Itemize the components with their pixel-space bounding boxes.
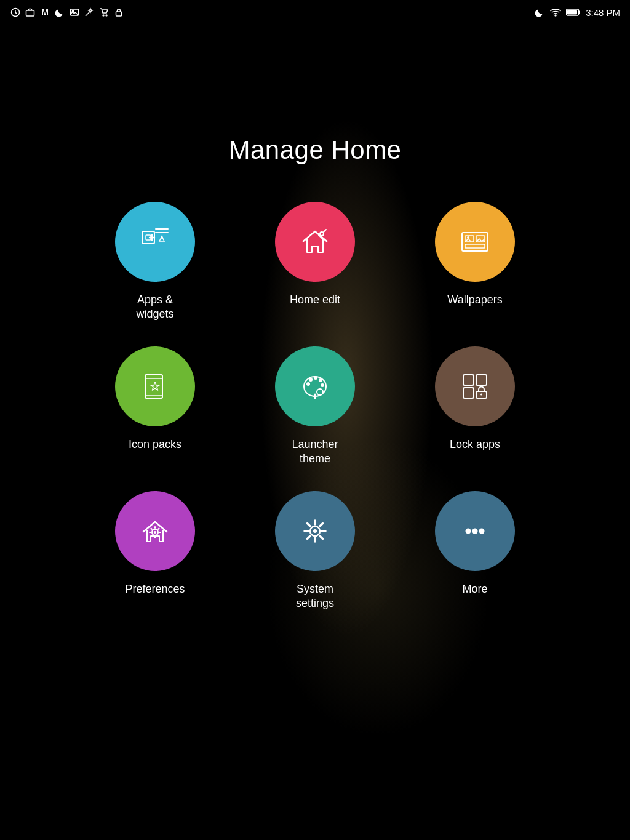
svg-point-33 [319,378,322,382]
launcher-theme-icon [297,369,333,404]
system-settings-label: Systemsettings [296,582,334,611]
lock-apps-icon [457,369,493,404]
svg-point-42 [154,531,156,534]
svg-line-50 [151,535,153,537]
svg-point-31 [309,378,313,382]
menu-item-home-edit[interactable]: Home edit [260,202,370,322]
menu-item-wallpapers[interactable]: Wallpapers [420,202,530,322]
svg-rect-37 [476,375,487,385]
more-icon [457,513,493,549]
svg-rect-36 [463,375,474,385]
svg-line-59 [320,523,322,526]
lock-apps-label: Lock apps [450,438,500,452]
svg-point-6 [106,15,107,16]
svg-point-8 [555,15,556,16]
lock-apps-circle [435,346,515,426]
svg-point-63 [479,528,485,534]
svg-rect-23 [465,244,485,248]
svg-point-30 [306,382,310,386]
wallpapers-icon [457,224,493,260]
more-circle [435,491,515,571]
wallpapers-label: Wallpapers [447,293,502,307]
moon-icon [54,7,65,18]
magic-wand-icon [84,7,95,18]
battery-icon [566,7,581,18]
gmail-icon: M [39,7,50,18]
status-bar: M [0,0,630,25]
menu-item-lock-apps[interactable]: Lock apps [420,346,530,466]
more-label: More [462,582,487,596]
wallpapers-circle [435,202,515,282]
shopping-icon [98,7,110,18]
svg-line-48 [158,535,159,537]
home-edit-circle [275,202,355,282]
menu-item-launcher-theme[interactable]: Launchertheme [260,346,370,466]
gallery-icon [69,7,80,18]
apps-widgets-icon [137,224,173,260]
home-edit-icon [297,224,333,260]
menu-grid: Apps &widgets Home edit [100,202,530,610]
icon-packs-circle [115,346,195,426]
home-edit-label: Home edit [290,293,340,307]
svg-line-47 [151,528,153,529]
system-settings-icon [297,513,333,549]
menu-item-system-settings[interactable]: Systemsettings [260,491,370,611]
preferences-icon [137,513,173,549]
apps-widgets-circle [115,202,195,282]
status-right-icons: 3:48 PM [534,7,620,18]
system-settings-circle [275,491,355,571]
svg-line-57 [308,523,310,526]
svg-line-19 [324,230,326,232]
icon-packs-label: Icon packs [129,438,181,452]
svg-line-49 [158,528,159,529]
status-left-icons: M [10,7,124,18]
svg-point-5 [103,15,104,16]
svg-rect-38 [463,388,474,398]
svg-rect-7 [116,12,122,16]
moon-right-icon [534,7,545,18]
preferences-circle [115,491,195,571]
menu-item-icon-packs[interactable]: Icon packs [100,346,210,466]
svg-point-34 [321,383,324,387]
svg-rect-1 [26,10,34,16]
page-title: Manage Home [229,135,402,165]
time-display: 3:48 PM [586,7,620,18]
svg-point-18 [320,232,324,236]
menu-item-apps-widgets[interactable]: Apps &widgets [100,202,210,322]
svg-point-62 [472,528,478,534]
svg-point-32 [314,376,317,380]
briefcase-icon [25,7,36,18]
svg-line-58 [320,536,322,538]
menu-item-more[interactable]: More [420,491,530,611]
menu-item-preferences[interactable]: Preferences [100,491,210,611]
wifi-icon [550,7,561,18]
svg-point-61 [466,528,471,534]
svg-line-60 [308,536,310,538]
launcher-theme-label: Launchertheme [292,438,338,466]
lock-icon [113,7,124,18]
apps-widgets-label: Apps &widgets [136,293,173,322]
clock-icon [10,7,21,18]
launcher-theme-circle [275,346,355,426]
svg-point-52 [313,529,317,533]
svg-point-29 [317,389,323,395]
svg-rect-10 [567,10,577,15]
main-content: Manage Home Apps &widgets [0,25,630,610]
preferences-label: Preferences [125,582,185,596]
icon-packs-icon [137,369,173,404]
svg-point-40 [480,393,482,395]
